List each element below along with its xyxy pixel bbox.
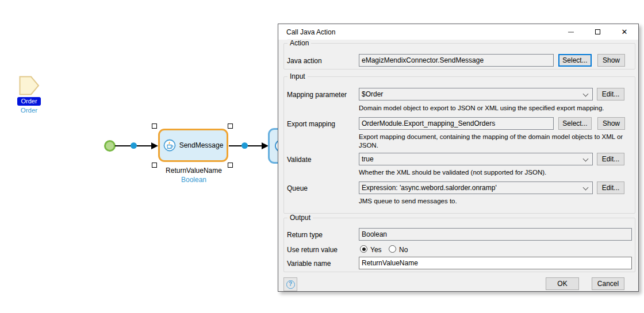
chevron-down-icon: [583, 91, 589, 97]
return-type-field: Boolean: [359, 228, 632, 241]
queue-combobox[interactable]: Expression: 'async.webord.salorder.onram…: [359, 181, 593, 194]
activity-return-type: Boolean: [148, 176, 240, 184]
variable-name-input[interactable]: ReturnValueName: [359, 257, 632, 269]
dialog-title: Call Java Action: [286, 28, 335, 36]
java-action-icon: [163, 139, 176, 152]
flow-midpoint-dot-2[interactable]: [241, 142, 248, 149]
cancel-button[interactable]: Cancel: [592, 277, 624, 290]
mapping-parameter-description: Domain model object to export to JSON or…: [359, 104, 627, 113]
activity-variable-name: ReturnValueName: [148, 167, 240, 175]
java-action-select-button[interactable]: Select...: [558, 54, 592, 67]
selection-handle-top-left[interactable]: [152, 123, 157, 129]
queue-edit-button[interactable]: Edit...: [597, 181, 624, 194]
radio-no-label[interactable]: No: [399, 246, 408, 254]
close-button[interactable]: ✕: [616, 25, 633, 39]
call-java-action-dialog: Call Java Action ✕ Action Java action eM…: [278, 24, 639, 292]
return-type-label: Return type: [287, 231, 323, 239]
minimize-icon: [568, 32, 574, 33]
validate-label: Validate: [287, 156, 311, 164]
java-action-field: eMagizMendixConnector.SendMessage: [359, 54, 554, 67]
export-mapping-description: Export mapping document, containing the …: [359, 133, 627, 150]
java-action-show-button[interactable]: Show: [597, 54, 625, 67]
radio-yes-label[interactable]: Yes: [370, 246, 382, 254]
help-icon: ?: [286, 280, 295, 289]
queue-label: Queue: [287, 184, 308, 192]
mapping-parameter-edit-button[interactable]: Edit...: [597, 88, 624, 101]
input-group-label: Input: [288, 72, 308, 80]
minimize-button: [562, 25, 580, 39]
validate-description: Whether the XML should be validated (not…: [359, 168, 627, 177]
export-mapping-field: OrderModule.Export_mapping_SendOrders: [359, 117, 554, 130]
close-icon: ✕: [622, 28, 628, 36]
validate-edit-button[interactable]: Edit...: [597, 153, 624, 165]
help-button[interactable]: ?: [283, 277, 297, 291]
dialog-titlebar[interactable]: Call Java Action ✕: [278, 24, 638, 40]
parameter-entity-label: Order: [12, 107, 47, 114]
queue-description: JMS queue to send messages to.: [359, 197, 627, 206]
chevron-down-icon: [583, 156, 589, 162]
java-action-activity[interactable]: SendMessage: [158, 129, 228, 162]
variable-name-label: Variable name: [287, 260, 331, 268]
activity-label: SendMessage: [179, 141, 224, 149]
action-group-label: Action: [288, 39, 311, 47]
maximize-icon: [595, 29, 600, 34]
export-mapping-label: Export mapping: [287, 120, 335, 128]
export-mapping-show-button[interactable]: Show: [597, 117, 625, 130]
parameter-name-selected[interactable]: Order: [17, 97, 41, 106]
validate-value: true: [362, 155, 374, 163]
queue-value: Expression: 'async.webord.salorder.onram…: [362, 184, 497, 192]
mapping-parameter-combobox[interactable]: $Order: [359, 88, 593, 101]
output-group-label: Output: [288, 214, 313, 222]
maximize-button[interactable]: [589, 25, 606, 39]
chevron-down-icon: [583, 185, 589, 191]
radio-yes[interactable]: [360, 245, 367, 253]
start-event[interactable]: [104, 140, 116, 152]
export-mapping-select-button[interactable]: Select...: [558, 117, 592, 130]
mapping-parameter-value: $Order: [362, 90, 383, 98]
validate-combobox[interactable]: true: [359, 153, 593, 165]
radio-no[interactable]: [389, 245, 396, 253]
ok-button[interactable]: OK: [546, 277, 579, 290]
flow-midpoint-dot[interactable]: [131, 142, 137, 149]
use-return-value-label: Use return value: [287, 246, 338, 254]
parameter-shape[interactable]: [19, 76, 40, 95]
mapping-parameter-label: Mapping parameter: [287, 91, 347, 99]
java-action-label: Java action: [287, 57, 322, 65]
selection-handle-top-right[interactable]: [228, 123, 233, 129]
sequence-flow-arrowhead: [151, 142, 158, 149]
